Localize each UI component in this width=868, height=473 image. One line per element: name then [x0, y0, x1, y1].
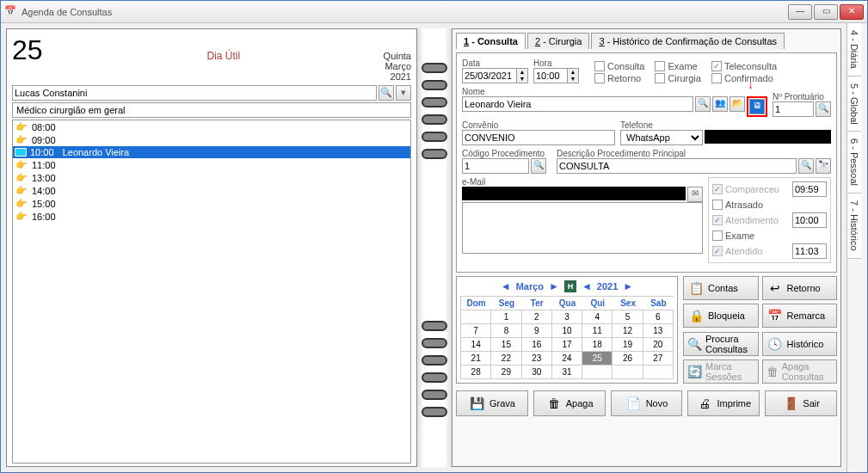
cal-day[interactable]: 10 [552, 324, 582, 338]
slot-row[interactable]: 👉11:00 [13, 158, 410, 171]
cal-month-next-icon[interactable]: ► [549, 280, 559, 292]
notes-area[interactable] [462, 202, 703, 254]
cal-day[interactable]: 12 [613, 324, 643, 338]
cal-day[interactable]: 2 [522, 310, 552, 324]
cal-day[interactable]: 30 [522, 366, 552, 379]
cal-day[interactable]: 26 [613, 352, 643, 366]
telefone-tipo-select[interactable]: WhatsApp [620, 130, 703, 145]
descproc-binoc-icon[interactable]: 🔭 [816, 158, 831, 174]
procura-button[interactable]: 🔍Procura Consultas [683, 332, 759, 356]
tab-histórico de confirmação de consultas[interactable]: 3 - Histórico de Confirmação de Consulta… [591, 33, 785, 49]
slot-row[interactable]: 👉13:00 [13, 171, 410, 184]
cal-day[interactable]: 16 [522, 338, 552, 352]
sidetab-pessoal[interactable]: 6 - Pessoal [847, 132, 861, 194]
cal-day[interactable]: 17 [552, 338, 582, 352]
check-atrasado[interactable]: Atrasado [712, 200, 763, 210]
sair-button[interactable]: 🚪Sair [765, 390, 837, 416]
check-exame[interactable]: Exame [655, 61, 701, 71]
grava-button[interactable]: 💾Grava [456, 390, 528, 416]
minimize-button[interactable]: — [788, 4, 812, 20]
close-button[interactable]: ✕ [840, 4, 864, 20]
cal-day[interactable]: 9 [522, 324, 552, 338]
slot-row[interactable]: 👉09:00 [13, 133, 410, 146]
data-input[interactable] [462, 68, 517, 83]
tab-cirurgia[interactable]: 2 - Cirurgia [527, 33, 589, 49]
cal-day[interactable]: 1 [491, 310, 521, 324]
cal-day[interactable]: 25 [582, 352, 613, 366]
check-retorno[interactable]: Retorno [594, 73, 644, 83]
atendimento-time[interactable] [792, 212, 827, 228]
tab-consulta[interactable]: 1 - Consulta [456, 33, 526, 49]
cal-day[interactable]: 24 [552, 352, 582, 366]
cal-day[interactable]: 21 [461, 352, 491, 366]
slot-row[interactable]: 👉08:00 [13, 120, 410, 133]
doctor-search-icon[interactable]: 🔍 [379, 85, 394, 101]
cal-day[interactable]: 20 [643, 338, 674, 352]
check-consulta[interactable]: Consulta [594, 61, 644, 71]
cal-day[interactable]: 14 [461, 338, 491, 352]
cal-day[interactable]: 3 [552, 310, 582, 324]
apaga-consultas-button[interactable]: 🗑Apaga Consultas [762, 359, 838, 384]
slot-row[interactable]: 👉15:00 [13, 197, 410, 210]
check-cirurgia[interactable]: Cirurgia [655, 73, 701, 83]
apaga-button[interactable]: 🗑Apaga [533, 390, 606, 416]
sidetab-historico[interactable]: 7 - Histórico [847, 194, 861, 259]
sidetab-diaria[interactable]: 4 - Diária [847, 23, 861, 77]
cal-day[interactable]: 15 [491, 338, 521, 352]
cal-year-prev-icon[interactable]: ◄ [582, 280, 592, 292]
slot-row[interactable]: 👉14:00 [13, 184, 410, 197]
maximize-button[interactable]: ▭ [814, 4, 838, 20]
doctor-input[interactable] [12, 85, 377, 101]
codproc-input[interactable] [462, 158, 529, 174]
compareceu-time[interactable] [792, 181, 827, 197]
prontuario-search-icon[interactable]: 🔍 [816, 101, 831, 117]
nome-input[interactable] [462, 96, 693, 112]
cal-day[interactable]: 31 [552, 366, 582, 379]
calendar-grid[interactable]: DomSegTerQuaQuiSexSab1234567891011121314… [460, 296, 674, 379]
nome-folder-icon[interactable]: 📂 [729, 96, 745, 112]
slot-row[interactable]: 👉16:00 [13, 210, 410, 223]
slot-list[interactable]: 👉08:00👉09:0010:00 Leonardo Vieira👉11:00👉… [12, 120, 411, 464]
check-atendido[interactable]: ✓Atendido [712, 246, 762, 256]
historico-button[interactable]: 🕓Histórico [762, 332, 838, 356]
cal-month-prev-icon[interactable]: ◄ [501, 280, 511, 292]
cal-day[interactable]: 7 [461, 324, 491, 338]
descproc-search-icon[interactable]: 🔍 [798, 158, 814, 174]
cal-day[interactable]: 18 [582, 338, 613, 352]
cal-today-icon[interactable]: H [564, 280, 576, 292]
cal-day[interactable]: 13 [643, 324, 674, 338]
cal-day[interactable]: 23 [522, 352, 552, 366]
check-confirmado[interactable]: Confirmado [711, 73, 777, 83]
codproc-search-icon[interactable]: 🔍 [531, 158, 546, 174]
remarca-button[interactable]: 📅Remarca [762, 304, 838, 328]
hora-down[interactable]: ▼ [568, 76, 578, 83]
cal-day[interactable]: 6 [643, 310, 674, 324]
doctor-next-icon[interactable]: ▾ [396, 85, 411, 101]
slot-row[interactable]: 10:00 Leonardo Vieira [13, 146, 410, 158]
cal-year-next-icon[interactable]: ► [623, 280, 633, 292]
nome-tele-icon[interactable]: 🖥 [749, 99, 765, 114]
convenio-input[interactable] [462, 130, 615, 145]
data-down[interactable]: ▼ [517, 76, 527, 83]
nome-people-icon[interactable]: 👥 [712, 96, 728, 112]
check-compareceu[interactable]: ✓Compareceu [712, 184, 779, 194]
nome-search-icon[interactable]: 🔍 [695, 96, 711, 112]
bloqueia-button[interactable]: 🔒Bloqueia [683, 304, 759, 328]
cal-day[interactable]: 4 [582, 310, 613, 324]
cal-day[interactable]: 5 [613, 310, 643, 324]
atendido-time[interactable] [792, 243, 827, 259]
retorno-button[interactable]: ↩Retorno [762, 276, 838, 300]
cal-day[interactable]: 22 [491, 352, 521, 366]
cal-day[interactable]: 8 [491, 324, 521, 338]
hora-up[interactable]: ▲ [568, 69, 578, 76]
prontuario-input[interactable] [773, 101, 814, 117]
cal-day[interactable]: 28 [461, 366, 491, 379]
imprime-button[interactable]: 🖨Imprime [687, 390, 760, 416]
cal-day[interactable]: 11 [582, 324, 613, 338]
contas-button[interactable]: 📋Contas [683, 276, 759, 300]
hora-input[interactable] [533, 68, 568, 83]
email-send-icon[interactable]: ✉ [687, 187, 703, 202]
cal-day[interactable]: 27 [643, 352, 674, 366]
check-teleconsulta[interactable]: ✓Teleconsulta [711, 61, 777, 71]
check-atendimento[interactable]: ✓Atendimento [712, 215, 779, 225]
